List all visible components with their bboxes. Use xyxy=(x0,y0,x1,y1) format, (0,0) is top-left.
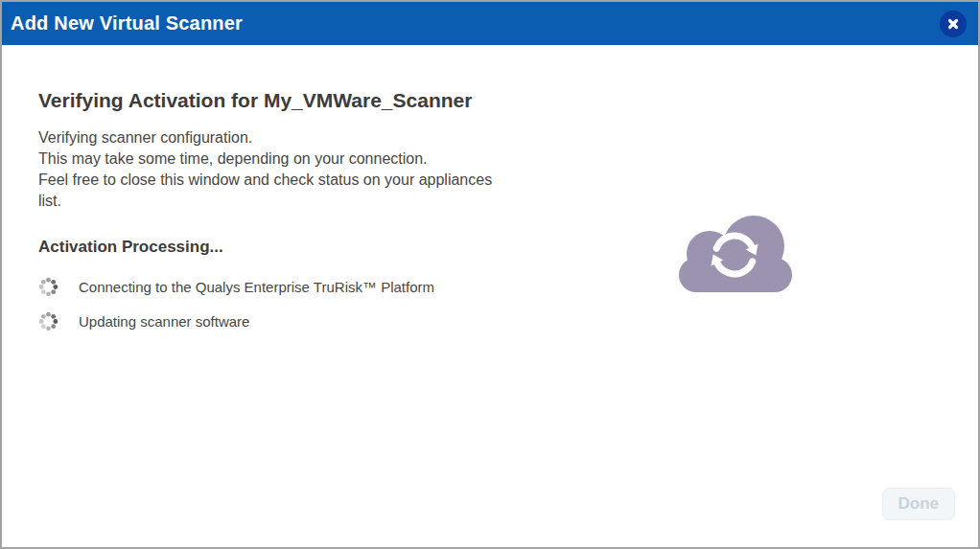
step-label: Updating scanner software xyxy=(79,313,249,330)
activation-step: Updating scanner software xyxy=(38,311,940,332)
done-button[interactable]: Done xyxy=(882,488,956,520)
description-line: Verifying scanner configuration. xyxy=(38,127,508,149)
page-title: Verifying Activation for My_VMWare_Scann… xyxy=(38,89,940,112)
description-line: Feel free to close this window and check… xyxy=(38,170,508,212)
description-line: This may take some time, depending on yo… xyxy=(38,149,508,170)
cloud-sync-illustration xyxy=(671,214,798,292)
activation-steps: Connecting to the Qualys Enterprise TruR… xyxy=(38,277,940,332)
add-virtual-scanner-dialog: Add New Virtual Scanner Verifying Activa… xyxy=(0,0,980,549)
step-label: Connecting to the Qualys Enterprise TruR… xyxy=(79,279,434,295)
activation-step: Connecting to the Qualys Enterprise TruR… xyxy=(38,277,940,297)
dialog-title: Add New Virtual Scanner xyxy=(11,12,243,34)
spinner-icon xyxy=(38,311,58,332)
cloud-sync-icon xyxy=(671,214,798,292)
dialog-titlebar: Add New Virtual Scanner xyxy=(2,2,978,45)
close-button[interactable] xyxy=(940,11,967,37)
section-title: Activation Processing... xyxy=(38,238,940,257)
dialog-body: Verifying Activation for My_VMWare_Scann… xyxy=(2,45,978,332)
spinner-icon xyxy=(38,277,58,297)
description: Verifying scanner configuration. This ma… xyxy=(38,127,508,212)
close-icon xyxy=(946,17,960,31)
